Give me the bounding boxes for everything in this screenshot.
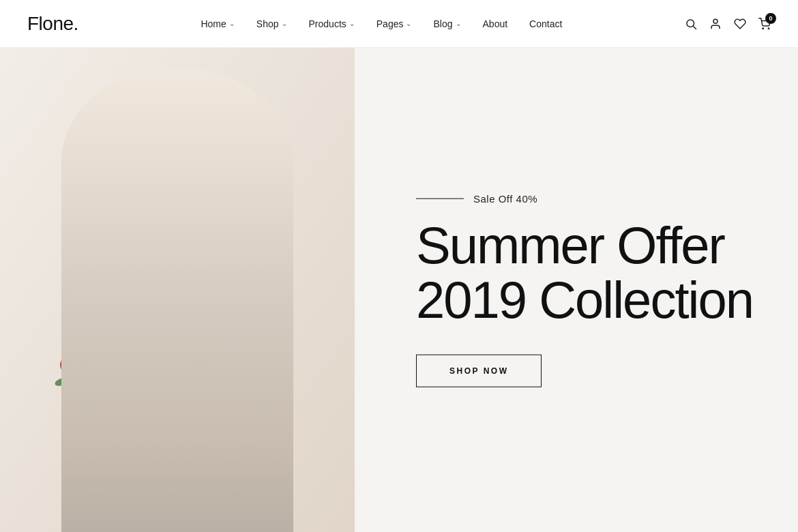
svg-point-0 xyxy=(687,20,694,27)
hero-title-line1: Summer Offer xyxy=(416,216,724,274)
nav-label-about: About xyxy=(483,18,508,29)
nav-item-pages[interactable]: Pages ⌄ xyxy=(366,0,423,48)
svg-point-24 xyxy=(220,368,254,396)
hero-section: ⚓ Sale Off 40% Summer Offer 2019 Collect… xyxy=(0,48,798,532)
search-icon xyxy=(685,18,697,30)
hero-model-image: ⚓ xyxy=(0,48,355,532)
svg-point-20 xyxy=(59,364,78,386)
nav-label-shop: Shop xyxy=(256,18,279,29)
chevron-down-icon: ⌄ xyxy=(282,20,287,27)
main-nav: Home ⌄ Shop ⌄ Products ⌄ Pages ⌄ Blog ⌄ … xyxy=(190,0,573,48)
svg-point-17 xyxy=(60,357,76,373)
nav-item-contact[interactable]: Contact xyxy=(518,0,573,48)
svg-point-6 xyxy=(75,471,252,532)
cart-count-badge: 0 xyxy=(765,13,776,24)
cart-button[interactable]: 0 xyxy=(758,18,771,30)
account-button[interactable] xyxy=(709,18,722,30)
svg-rect-27 xyxy=(252,381,261,401)
svg-point-8 xyxy=(107,153,223,290)
search-button[interactable] xyxy=(685,18,697,30)
svg-rect-28 xyxy=(252,383,261,387)
svg-point-12 xyxy=(142,211,151,219)
svg-rect-25 xyxy=(233,360,244,385)
svg-point-11 xyxy=(138,209,155,220)
svg-point-16 xyxy=(75,351,95,372)
svg-text:⚓: ⚓ xyxy=(72,425,82,435)
svg-point-13 xyxy=(175,209,191,220)
nav-item-home[interactable]: Home ⌄ xyxy=(190,0,245,48)
svg-point-10 xyxy=(136,108,205,166)
svg-point-23 xyxy=(83,379,98,389)
nav-label-pages: Pages xyxy=(376,18,404,29)
nav-label-contact: Contact xyxy=(529,18,562,29)
svg-point-14 xyxy=(178,211,188,219)
wishlist-button[interactable] xyxy=(734,18,746,30)
model-svg: ⚓ xyxy=(0,48,355,532)
svg-point-3 xyxy=(763,28,764,29)
nav-label-products: Products xyxy=(309,18,346,29)
sale-line-decoration xyxy=(416,198,464,199)
svg-rect-5 xyxy=(0,48,355,532)
svg-line-1 xyxy=(694,26,696,29)
svg-point-19 xyxy=(68,351,85,372)
svg-point-2 xyxy=(713,19,718,23)
chevron-down-icon: ⌄ xyxy=(229,20,235,27)
logo-text: Flone xyxy=(27,13,74,34)
logo-dot: . xyxy=(74,13,78,34)
shop-now-button[interactable]: SHOP NOW xyxy=(416,354,542,387)
chevron-down-icon: ⌄ xyxy=(456,20,461,27)
svg-point-9 xyxy=(110,123,220,184)
svg-point-4 xyxy=(768,28,769,29)
chevron-down-icon: ⌄ xyxy=(349,20,355,27)
nav-item-about[interactable]: About xyxy=(472,0,519,48)
svg-point-21 xyxy=(74,367,96,386)
svg-rect-7 xyxy=(151,266,176,307)
sale-tag: Sale Off 40% xyxy=(416,193,757,205)
nav-item-products[interactable]: Products ⌄ xyxy=(298,0,366,48)
nav-label-blog: Blog xyxy=(433,18,452,29)
hero-title-line2: 2019 Collection xyxy=(416,271,753,329)
shop-now-label: SHOP NOW xyxy=(449,366,508,375)
svg-point-15 xyxy=(63,361,90,389)
site-logo[interactable]: Flone. xyxy=(27,13,78,35)
sale-tag-text: Sale Off 40% xyxy=(473,193,537,205)
chevron-down-icon: ⌄ xyxy=(406,20,411,27)
heart-icon xyxy=(734,18,746,30)
nav-item-blog[interactable]: Blog ⌄ xyxy=(422,0,471,48)
hero-content: Sale Off 40% Summer Offer 2019 Collectio… xyxy=(416,193,757,387)
header-actions: 0 xyxy=(685,18,771,30)
nav-item-shop[interactable]: Shop ⌄ xyxy=(246,0,298,48)
user-icon xyxy=(709,18,722,30)
svg-point-18 xyxy=(72,379,85,392)
nav-label-home: Home xyxy=(201,18,226,29)
hero-title: Summer Offer 2019 Collection xyxy=(416,218,757,327)
svg-rect-26 xyxy=(241,360,250,386)
site-header: Flone. Home ⌄ Shop ⌄ Products ⌄ Pages ⌄ … xyxy=(0,0,798,48)
